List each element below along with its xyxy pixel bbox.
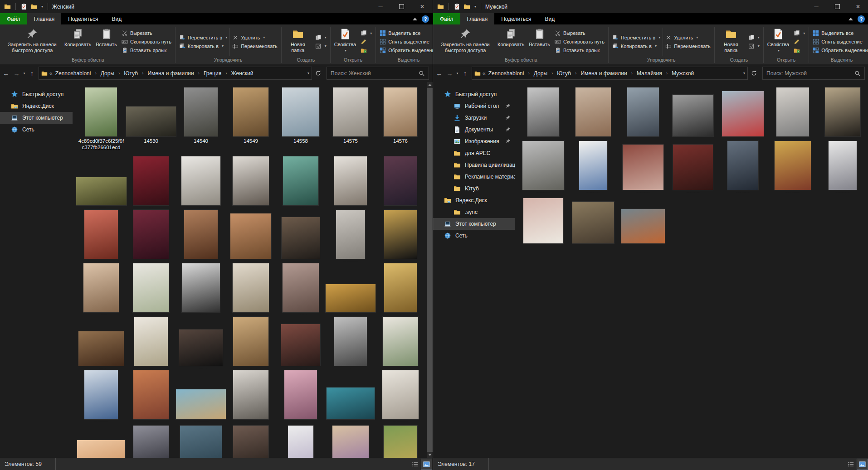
file-item[interactable] — [375, 422, 425, 458]
clipboard-check-icon[interactable] — [454, 3, 460, 10]
up-button[interactable]: ↑ — [460, 68, 470, 79]
file-item[interactable]: 28199 — [518, 86, 568, 139]
copy-path-button[interactable]: Скопировать путь — [555, 39, 605, 45]
sidebar-item-3[interactable]: Сеть — [0, 124, 73, 136]
file-item[interactable]: 14777 — [176, 368, 226, 422]
new-folder-button[interactable]: Новая папка — [716, 26, 746, 57]
move-to-button[interactable]: Переместить в▾ — [179, 34, 227, 41]
file-item[interactable]: 28209 — [568, 86, 618, 139]
thumbnails-view-button[interactable] — [421, 459, 432, 469]
paste-shortcut-button[interactable]: Вставить ярлык — [122, 47, 171, 53]
qat-customize-chevron-icon[interactable]: ▾ — [474, 5, 476, 9]
file-item[interactable] — [276, 422, 326, 458]
file-item[interactable] — [226, 422, 276, 458]
sidebar-item-0[interactable]: Быстрый доступ — [433, 88, 515, 100]
details-view-button[interactable] — [410, 459, 420, 469]
file-item[interactable]: 14576 — [375, 86, 425, 155]
sidebar-item-11[interactable]: Этот компьютер — [433, 218, 515, 230]
new-item-button[interactable]: ▾ — [748, 34, 760, 41]
file-item[interactable]: 14735 — [176, 315, 226, 368]
clipboard-check-icon[interactable] — [20, 3, 27, 10]
address-box[interactable]: «Zennoshabloni›Доры›Ютуб›Имена и фамилии… — [39, 67, 312, 80]
file-item[interactable]: 14589 — [226, 155, 276, 208]
history-button[interactable] — [794, 47, 805, 53]
file-item[interactable]: 28210 — [618, 86, 668, 139]
forward-button[interactable]: → — [444, 68, 455, 79]
copy-path-button[interactable]: Скопировать путь — [122, 39, 171, 45]
rename-button[interactable]: Переименовать — [665, 43, 711, 49]
close-button[interactable]: × — [848, 0, 868, 13]
thumbnails-view-button[interactable] — [857, 459, 868, 469]
select-all-button[interactable]: Выделить все — [813, 30, 868, 36]
file-item[interactable]: 14658 — [176, 208, 226, 262]
file-item[interactable]: 14660 — [276, 208, 326, 262]
file-item[interactable]: 28232 — [718, 86, 768, 139]
scrollbar-thumb[interactable] — [427, 88, 433, 452]
history-button[interactable] — [361, 47, 372, 53]
tab-1[interactable]: Поделиться — [61, 13, 105, 24]
paste-button[interactable]: Вставить — [93, 26, 119, 57]
scroll-down-icon[interactable] — [428, 454, 432, 456]
maximize-button[interactable] — [391, 0, 412, 13]
deselect-button[interactable]: Снять выделение — [813, 39, 868, 45]
file-item[interactable]: 14707 — [326, 262, 375, 315]
file-item[interactable]: 28553 — [568, 193, 618, 246]
file-item[interactable]: 14786 — [326, 368, 375, 422]
pin-to-quick-access-button[interactable]: Закрепить на панели быстрого доступа — [435, 26, 495, 57]
cut-button[interactable]: Вырезать — [555, 30, 605, 36]
maximize-button[interactable] — [827, 0, 848, 13]
collapse-ribbon-icon[interactable] — [848, 18, 853, 20]
file-item[interactable]: 28549 — [518, 193, 568, 246]
file-item[interactable] — [126, 422, 176, 458]
file-item[interactable]: 14581 — [126, 155, 176, 208]
new-item-button[interactable]: ▾ — [315, 34, 327, 41]
file-item[interactable]: 14640 — [375, 155, 425, 208]
file-item[interactable]: 14649 — [76, 208, 126, 262]
file-item[interactable]: 14731 — [126, 315, 176, 368]
sidebar-item-3[interactable]: Документы — [433, 124, 515, 136]
properties-button[interactable]: Свойства▾ — [765, 26, 791, 57]
qat-customize-chevron-icon[interactable]: ▾ — [41, 5, 43, 9]
file-item[interactable] — [76, 422, 126, 458]
file-item[interactable]: 14699 — [276, 262, 326, 315]
minimize-button[interactable]: ─ — [370, 0, 391, 13]
file-item[interactable]: 14746 — [226, 315, 276, 368]
open-button[interactable]: ▾ — [361, 30, 372, 36]
sidebar-item-1[interactable]: Рабочий стол — [433, 100, 515, 112]
file-item[interactable]: 4c89cd0f37c6f25f6fc377fb26601ecd — [76, 86, 126, 155]
deselect-button[interactable]: Снять выделение — [380, 39, 433, 45]
file-item[interactable] — [326, 422, 375, 458]
tab-1[interactable]: Поделиться — [494, 13, 538, 24]
forward-button[interactable]: → — [11, 68, 22, 79]
paste-shortcut-button[interactable]: Вставить ярлык — [555, 47, 605, 53]
breadcrumb-segment[interactable]: Ютуб — [123, 70, 139, 77]
easy-access-button[interactable]: ▾ — [748, 43, 760, 49]
copy-button[interactable]: Копировать — [495, 26, 527, 57]
sidebar-item-8[interactable]: Ютуб — [433, 183, 515, 194]
details-view-button[interactable] — [846, 459, 856, 469]
file-item[interactable]: 14695 — [176, 262, 226, 315]
move-to-button[interactable]: Переместить в▾ — [612, 34, 660, 41]
breadcrumb-segment[interactable]: Греция — [203, 70, 222, 77]
breadcrumb-segment[interactable]: Мужской — [671, 70, 695, 77]
file-item[interactable]: 28640 — [618, 193, 668, 246]
scroll-up-icon[interactable] — [428, 84, 432, 86]
open-button[interactable]: ▾ — [794, 30, 805, 36]
file-item[interactable]: 28223 — [668, 86, 718, 139]
copy-to-button[interactable]: Копировать в▾ — [179, 43, 227, 49]
collapsed-path-icon[interactable]: « — [48, 70, 54, 77]
sidebar-item-7[interactable]: Рекламные материал — [433, 171, 515, 183]
help-icon[interactable]: ? — [858, 15, 865, 23]
file-item[interactable]: 14698 — [226, 262, 276, 315]
file-item[interactable]: 14549 — [226, 86, 276, 155]
paste-button[interactable]: Вставить — [527, 26, 552, 57]
copy-to-button[interactable]: Копировать в▾ — [612, 43, 660, 49]
collapse-ribbon-icon[interactable] — [413, 18, 417, 20]
file-item[interactable]: 14726 — [76, 315, 126, 368]
breadcrumb-segment[interactable]: Ютуб — [556, 70, 572, 77]
tab-0[interactable]: Главная — [27, 13, 62, 24]
file-item[interactable]: 14748 — [276, 315, 326, 368]
sidebar-item-12[interactable]: Сеть — [433, 230, 515, 242]
file-item[interactable]: 14650 — [126, 208, 176, 262]
file-item[interactable]: 14594 — [326, 155, 375, 208]
